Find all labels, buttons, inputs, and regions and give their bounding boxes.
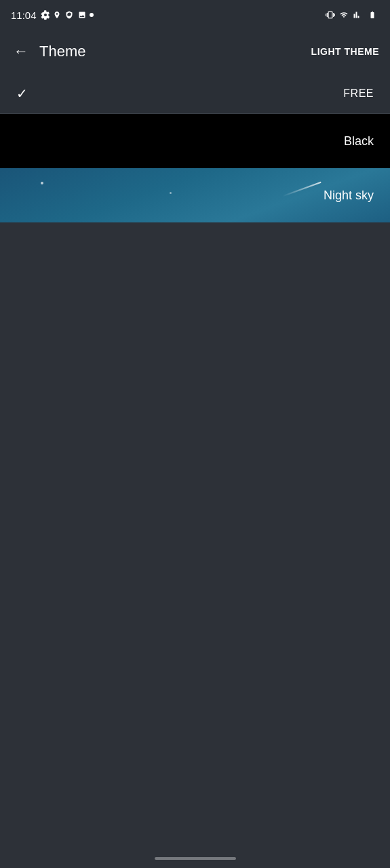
bottom-nav-indicator xyxy=(155,857,236,860)
page-title: Theme xyxy=(39,43,85,60)
dot-indicator xyxy=(90,13,94,17)
wifi-icon xyxy=(338,11,349,19)
checkmark-icon: ✓ xyxy=(16,85,28,102)
app-bar-left: ← Theme xyxy=(11,40,85,63)
light-theme-button[interactable]: LIGHT THEME xyxy=(311,46,379,57)
status-bar-right xyxy=(326,10,379,20)
free-section: ✓ FREE xyxy=(0,73,390,114)
star-dot-2 xyxy=(170,192,172,194)
settings-icon xyxy=(41,10,50,20)
vibrate-icon xyxy=(326,10,335,20)
status-time: 11:04 xyxy=(11,9,37,21)
signal-icon xyxy=(353,11,362,19)
status-bar-left: 11:04 xyxy=(11,9,94,21)
free-label: FREE xyxy=(343,87,374,100)
theme-black-label: Black xyxy=(344,134,374,149)
location-icon xyxy=(53,10,61,20)
status-icons-left xyxy=(41,10,94,20)
theme-item-nightsky[interactable]: Night sky xyxy=(0,168,390,222)
status-bar: 11:04 xyxy=(0,0,390,30)
app-bar: ← Theme LIGHT THEME xyxy=(0,30,390,73)
battery-icon xyxy=(366,11,379,19)
theme-item-black[interactable]: Black xyxy=(0,114,390,168)
back-button[interactable]: ← xyxy=(11,40,31,63)
vpn-icon xyxy=(64,11,75,19)
star-dot-1 xyxy=(41,182,43,184)
photo-icon xyxy=(77,11,87,19)
main-content xyxy=(0,222,390,868)
theme-nightsky-label: Night sky xyxy=(324,189,374,203)
